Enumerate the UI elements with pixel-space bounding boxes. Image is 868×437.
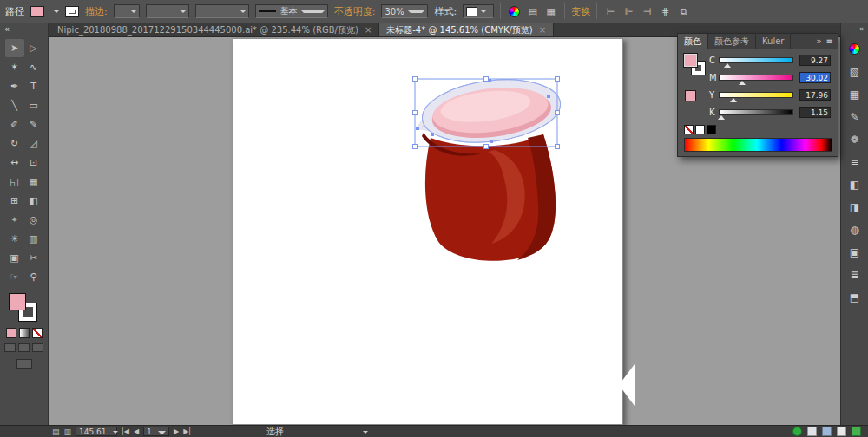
appearance-panel-icon[interactable]: ◍ <box>845 221 865 238</box>
width-tool[interactable]: ↔ <box>5 153 24 172</box>
panel-menu-icon[interactable]: ≡ <box>826 36 833 46</box>
opacity-dropdown[interactable]: 30% <box>381 4 428 18</box>
rectangle-tool[interactable]: ▭ <box>24 96 43 114</box>
shape-builder-tool[interactable]: ◱ <box>5 173 24 191</box>
panel-fill-proxy[interactable] <box>684 54 697 67</box>
stroke-weight-dropdown[interactable] <box>114 4 140 18</box>
tray-icon-green-app[interactable] <box>792 427 802 436</box>
fill-proxy-swatch[interactable] <box>9 293 26 310</box>
slider-track-K[interactable] <box>719 109 793 115</box>
preferences-icon[interactable]: ▦ <box>543 4 558 18</box>
document-tab[interactable]: 未标题-4* @ 145.61% (CMYK/预览)× <box>379 23 554 36</box>
stroke-link[interactable]: 描边: <box>85 5 108 18</box>
free-transform-tool[interactable]: ⊡ <box>24 153 43 172</box>
paintbrush-tool[interactable]: ✐ <box>5 115 24 134</box>
mesh-tool[interactable]: ⊞ <box>5 192 24 210</box>
brushes-panel-icon[interactable]: ✎ <box>845 108 865 125</box>
slider-thumb-C[interactable] <box>724 63 731 68</box>
artboards-panel-icon[interactable]: ⬒ <box>845 289 865 305</box>
brush-definition-dropdown[interactable]: 基本 <box>255 4 328 18</box>
transparency-panel-icon[interactable]: ◨ <box>845 199 865 215</box>
slider-thumb-Y[interactable] <box>730 98 737 102</box>
color-panel-tab-Kuler[interactable]: Kuler <box>756 34 791 49</box>
perspective-grid-tool[interactable]: ▦ <box>24 173 43 191</box>
slider-value-K[interactable]: 1.15 <box>799 107 831 118</box>
gradient-mode-swatch[interactable] <box>19 328 30 338</box>
artboard[interactable] <box>233 38 623 425</box>
fill-dropdown-icon[interactable] <box>54 10 59 16</box>
slider-track-Y[interactable] <box>719 92 793 98</box>
none-mode-swatch[interactable] <box>32 328 43 338</box>
slider-track-C[interactable] <box>719 57 793 63</box>
color-panel-tab-颜色[interactable]: 颜色 <box>678 34 708 49</box>
fill-color-swatch[interactable] <box>30 6 44 17</box>
slider-thumb-M[interactable] <box>739 81 746 85</box>
lasso-tool[interactable]: ∿ <box>24 58 43 76</box>
hand-tool[interactable]: ☞ <box>5 268 24 286</box>
color-panel-icon[interactable] <box>845 41 865 57</box>
status-options-dropdown-icon[interactable] <box>363 431 368 436</box>
panel-expand-icon[interactable]: » <box>816 36 821 46</box>
artwork-vase[interactable] <box>411 74 576 277</box>
color-spectrum-bar[interactable] <box>684 138 832 152</box>
rotate-tool[interactable]: ↻ <box>5 134 24 153</box>
stroke-panel-icon[interactable]: ≡ <box>845 153 865 170</box>
collapse-tools-icon[interactable]: « <box>0 23 48 36</box>
slider-value-Y[interactable]: 17.96 <box>799 89 831 101</box>
draw-normal-icon[interactable] <box>4 343 16 352</box>
pencil-tool[interactable]: ✎ <box>24 115 43 134</box>
white-swatch[interactable] <box>695 125 705 134</box>
more-options-icon[interactable]: ⧉ <box>676 4 691 18</box>
line-segment-tool[interactable]: ╲ <box>5 96 24 114</box>
artboard-tool[interactable]: ▣ <box>5 249 24 267</box>
color-panel-tab-颜色参考[interactable]: 颜色参考 <box>708 34 756 49</box>
symbols-panel-icon[interactable]: ❁ <box>845 131 865 147</box>
eyedropper-tool[interactable]: ⌖ <box>5 211 24 229</box>
artboard-number-dropdown[interactable]: 1 <box>143 427 169 436</box>
tab-close-icon[interactable]: × <box>365 25 372 35</box>
stroke-color-swatch[interactable] <box>65 6 79 17</box>
symbol-sprayer-tool[interactable]: ✳ <box>5 230 24 248</box>
magic-wand-tool[interactable]: ✶ <box>5 58 24 76</box>
gradient-panel-icon[interactable]: ◧ <box>845 176 865 192</box>
graphic-styles-panel-icon[interactable]: ▣ <box>845 244 865 260</box>
pen-tool[interactable]: ✒ <box>5 77 24 95</box>
draw-inside-icon[interactable] <box>32 343 43 352</box>
type-tool[interactable]: T <box>24 77 43 95</box>
recolor-artwork-icon[interactable] <box>507 4 522 18</box>
tray-icon-blue[interactable] <box>822 427 832 436</box>
tray-icon-white[interactable] <box>837 427 846 436</box>
variable-width-profile-dropdown[interactable] <box>146 4 189 18</box>
panel-active-color-swatch[interactable] <box>685 90 696 101</box>
slider-track-M[interactable] <box>719 75 793 81</box>
color-guide-panel-icon[interactable]: ▧ <box>845 63 865 80</box>
none-swatch[interactable] <box>684 125 694 134</box>
align-left-icon[interactable]: ⊢ <box>603 4 618 18</box>
blend-tool[interactable]: ◎ <box>24 211 43 229</box>
black-swatch[interactable] <box>707 125 716 134</box>
column-graph-tool[interactable]: ▥ <box>24 230 43 248</box>
layers-panel-icon[interactable]: ≣ <box>845 266 865 283</box>
zoom-tool[interactable]: ⚲ <box>24 268 43 286</box>
align-right-icon[interactable]: ⊣ <box>640 4 654 18</box>
swatches-panel-icon[interactable]: ▦ <box>845 86 865 102</box>
gradient-tool[interactable]: ◧ <box>24 192 43 210</box>
expand-panels-icon[interactable]: « <box>841 23 868 35</box>
document-tab[interactable]: Nipic_20180988_20171229150344445000.ai* … <box>50 23 379 36</box>
slider-thumb-K[interactable] <box>718 115 725 120</box>
previous-artboard-button[interactable]: ◀ <box>134 427 139 435</box>
opacity-link[interactable]: 不透明度: <box>334 5 376 18</box>
first-artboard-button[interactable]: |◀ <box>122 427 129 435</box>
transform-link[interactable]: 变换 <box>571 5 590 18</box>
tray-icon-green2[interactable] <box>852 427 861 436</box>
zoom-level-dropdown[interactable]: 145.61 <box>76 427 117 436</box>
scale-tool[interactable]: ◿ <box>24 134 43 153</box>
distribute-icon[interactable]: ⋕ <box>658 4 673 18</box>
selection-tool[interactable]: ➤ <box>5 39 24 57</box>
slider-value-C[interactable]: 9.27 <box>799 55 831 66</box>
draw-behind-icon[interactable] <box>18 343 30 352</box>
tab-close-icon[interactable]: × <box>539 25 546 35</box>
graphic-style-dropdown[interactable] <box>463 4 494 18</box>
stroke-profile-dropdown[interactable] <box>195 4 249 18</box>
last-artboard-button[interactable]: ▶| <box>183 427 191 435</box>
